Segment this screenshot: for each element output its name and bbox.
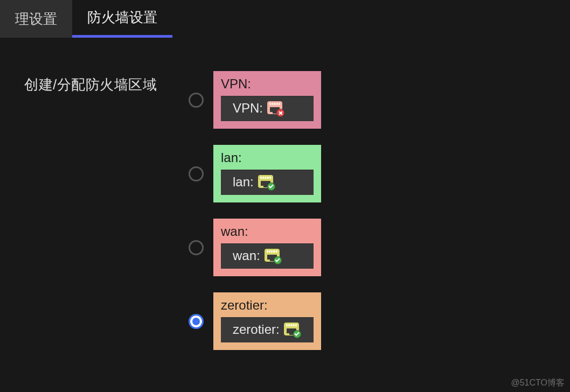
ethernet-port-icon: [258, 175, 273, 189]
zone-title: zerotier:: [221, 298, 314, 313]
tab-firewall-settings[interactable]: 防火墙设置: [72, 0, 172, 38]
zone-radio-zerotier[interactable]: [189, 314, 204, 329]
zone-card-lan[interactable]: lan:lan:: [213, 145, 321, 202]
tab-settings-partial[interactable]: 理设置: [0, 0, 72, 38]
zone-inner-label: zerotier:: [233, 322, 280, 337]
status-ok-icon: [274, 256, 282, 264]
status-error-icon: [276, 109, 284, 117]
zone-radio-vpn[interactable]: [189, 93, 204, 108]
zone-title: VPN:: [221, 76, 314, 92]
ethernet-port-icon: [267, 101, 282, 115]
zone-inner-label: lan:: [233, 174, 254, 190]
zone-card-zerotier[interactable]: zerotier:zerotier:: [213, 292, 321, 350]
ethernet-port-icon: [284, 323, 299, 337]
status-ok-icon: [267, 183, 275, 191]
tabs-container: 理设置 防火墙设置: [0, 0, 570, 38]
zone-inner: zerotier:: [221, 317, 314, 342]
content-area: 创建/分配防火墙区域 VPN:VPN:lan:lan:wan:wan:zerot…: [0, 38, 570, 350]
zone-inner: lan:: [221, 170, 314, 195]
zones-list: VPN:VPN:lan:lan:wan:wan:zerotier:zerotie…: [189, 71, 321, 350]
zone-row-vpn: VPN:VPN:: [189, 71, 321, 129]
zone-inner: VPN:: [221, 96, 314, 121]
zone-radio-lan[interactable]: [189, 166, 204, 181]
ethernet-port-icon: [265, 249, 280, 263]
zone-title: lan:: [221, 150, 314, 165]
zone-inner: wan:: [221, 243, 314, 269]
zone-inner-label: VPN:: [233, 101, 263, 116]
zone-inner-label: wan:: [233, 248, 260, 263]
zone-card-vpn[interactable]: VPN:VPN:: [213, 71, 321, 129]
zone-section-label: 创建/分配防火墙区域: [24, 75, 189, 94]
status-ok-icon: [293, 330, 301, 338]
zone-title: wan:: [221, 224, 314, 239]
zone-radio-wan[interactable]: [189, 240, 204, 255]
watermark: @51CTO博客: [511, 377, 565, 389]
label-column: 创建/分配防火墙区域: [24, 71, 189, 350]
zone-card-wan[interactable]: wan:wan:: [213, 219, 321, 276]
zone-row-zerotier: zerotier:zerotier:: [189, 292, 321, 350]
zone-row-wan: wan:wan:: [189, 219, 321, 276]
zone-row-lan: lan:lan:: [189, 145, 321, 202]
